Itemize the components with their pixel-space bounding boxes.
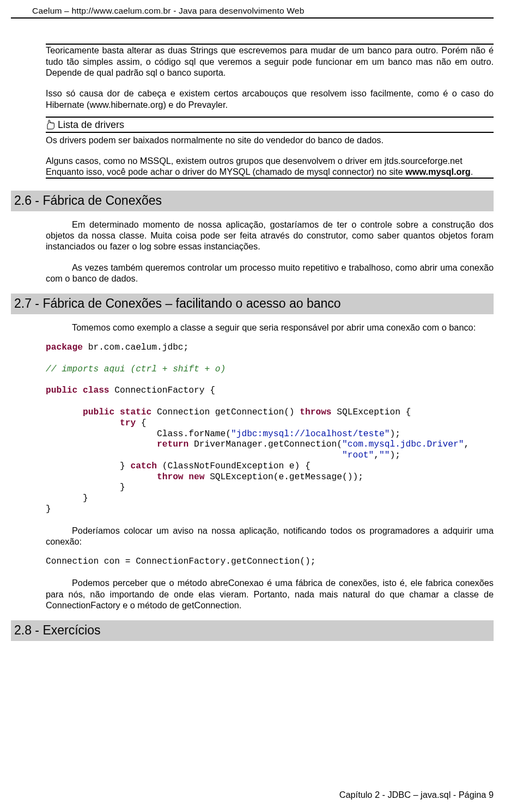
code-text (46, 439, 157, 449)
section-heading-28: 2.8 - Exercícios (11, 620, 494, 641)
code-text: br.com.caelum.jdbc; (83, 343, 188, 352)
code-text: ); (390, 429, 400, 439)
code-text: , (374, 450, 379, 460)
code-text (46, 450, 342, 460)
rule (46, 178, 494, 179)
paragraph: Isso só causa dor de cabeça e existem ce… (46, 88, 494, 110)
code-kw: throws (300, 407, 331, 417)
code-text: } (46, 483, 125, 492)
code-text: { (136, 418, 146, 428)
note-body: Os drivers podem ser baixados normalment… (46, 135, 494, 178)
code-text: ConnectionFactory { (110, 386, 215, 395)
code-kw: public static (83, 407, 151, 417)
code-text: Class.forName( (46, 429, 231, 439)
code-text: Connection getConnection() (151, 407, 300, 417)
code-kw: package (46, 343, 83, 352)
code-comment: // imports aqui (ctrl + shift + o) (46, 364, 226, 374)
rule (46, 132, 494, 133)
code-text: } (46, 504, 51, 514)
code-kw: return (157, 439, 188, 449)
paragraph: Em determinado momento de nossa aplicaçã… (46, 219, 494, 252)
paragraph: As vezes também queremos controlar um pr… (46, 262, 494, 284)
note-box: Lista de drivers Os drivers podem ser ba… (46, 117, 494, 179)
code-block: package br.com.caelum.jdbc; // imports a… (46, 343, 494, 515)
link-text: www.mysql.org (405, 167, 471, 176)
code-text (46, 407, 83, 417)
text: . (471, 167, 473, 176)
code-text: } (46, 461, 130, 471)
section-body-27: Tomemos como exemplo a classe a seguir q… (46, 322, 494, 610)
code-text (46, 418, 120, 428)
code-text: ); (390, 450, 400, 460)
page-header: Caelum – http://www.caelum.com.br - Java… (11, 5, 494, 17)
section-body-26: Em determinado momento de nossa aplicaçã… (46, 219, 494, 284)
code-text: SQLException(e.getMessage()); (204, 472, 363, 482)
page: Caelum – http://www.caelum.com.br - Java… (0, 0, 523, 812)
code-kw: throw new (157, 472, 204, 482)
code-string: "" (379, 450, 390, 460)
code-text: } (46, 493, 88, 503)
paragraph: Os drivers podem ser baixados normalment… (46, 135, 494, 145)
intro-paragraphs: Teoricamente basta alterar as duas Strin… (46, 45, 494, 110)
code-string: "jdbc:mysql://localhost/teste" (231, 429, 390, 439)
note-title: Lista de drivers (46, 118, 494, 132)
code-text (46, 472, 157, 482)
code-kw: catch (130, 461, 157, 471)
code-kw: try (120, 418, 136, 428)
header-rule (11, 17, 494, 19)
paragraph: Podemos perceber que o método abreConexa… (46, 577, 494, 610)
section-heading-27: 2.7 - Fábrica de Conexões – facilitando … (11, 294, 494, 314)
page-footer: Capítulo 2 - JDBC – java.sql - Página 9 (339, 789, 494, 800)
code-text: DriverManager.getConnection( (188, 439, 342, 449)
paragraph: Alguns casos, como no MSSQL, existem out… (46, 155, 494, 178)
note-title-text: Lista de drivers (58, 119, 124, 131)
paragraph: Poderíamos colocar um aviso na nossa apl… (46, 525, 494, 547)
intro-block: Teoricamente basta alterar as duas Strin… (46, 44, 494, 178)
text: Enquanto isso, você pode achar o driver … (46, 167, 405, 176)
code-text: , (464, 439, 469, 449)
code-kw: public class (46, 386, 110, 395)
code-string: "com.mysql.jdbc.Driver" (342, 439, 464, 449)
code-line: Connection con = ConnectionFactory.getCo… (46, 557, 494, 567)
section-heading-26: 2.6 - Fábrica de Conexões (11, 191, 494, 211)
code-text: SQLException { (332, 407, 411, 417)
text: Alguns casos, como no MSSQL, existem out… (46, 156, 463, 166)
paragraph: Teoricamente basta alterar as duas Strin… (46, 45, 494, 78)
hand-icon (46, 119, 56, 130)
paragraph: Tomemos como exemplo a classe a seguir q… (46, 322, 494, 333)
code-string: "root" (342, 450, 374, 460)
code-text: (ClassNotFoundException e) { (157, 461, 311, 471)
